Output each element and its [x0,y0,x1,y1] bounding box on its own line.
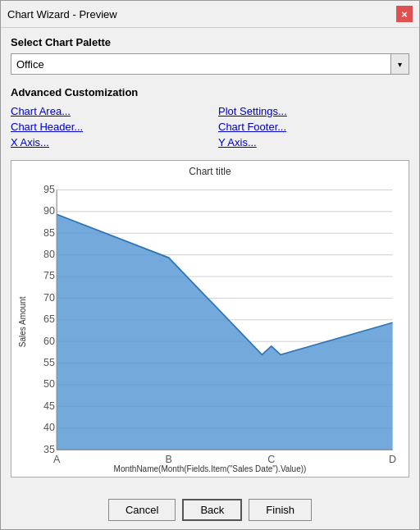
cancel-button[interactable]: Cancel [108,499,176,521]
svg-text:95: 95 [43,184,55,195]
svg-text:A: A [53,454,61,463]
y-axis-label: Sales Amount [18,180,27,463]
chart-area-fill [57,214,393,450]
svg-text:50: 50 [43,378,55,390]
svg-text:40: 40 [43,422,55,433]
chart-title: Chart title [189,166,231,177]
back-button[interactable]: Back [182,499,242,521]
svg-text:65: 65 [43,313,55,325]
chart-footer-link[interactable]: Chart Footer... [218,121,409,133]
chart-inner: Sales Amount [18,180,402,473]
links-grid: Chart Area... Plot Settings... Chart Hea… [11,105,409,148]
svg-text:B: B [165,454,171,463]
svg-text:45: 45 [43,400,55,412]
svg-text:85: 85 [43,227,55,239]
x-axis-link[interactable]: X Axis... [11,136,202,148]
palette-label: Select Chart Palette [11,36,409,48]
y-axis-link[interactable]: Y Axis... [218,136,409,148]
chart-area: 95 90 85 80 75 70 65 60 55 50 45 40 [29,180,402,463]
chart-area-link[interactable]: Chart Area... [11,105,202,117]
main-window: Chart Wizard - Preview × Select Chart Pa… [0,0,420,530]
chart-svg: 95 90 85 80 75 70 65 60 55 50 45 40 [29,180,402,463]
svg-text:60: 60 [43,336,55,347]
svg-text:80: 80 [43,249,55,260]
window-title: Chart Wizard - Preview [7,8,117,21]
svg-text:70: 70 [43,292,55,304]
svg-text:75: 75 [43,270,55,281]
content-area: Select Chart Palette Office Default Past… [1,28,419,494]
chart-preview: Chart title Sales Amount [11,160,409,477]
svg-text:D: D [389,454,396,463]
palette-select[interactable]: Office Default Pastel Vibrant [11,53,391,75]
x-axis-label: MonthName(Month(Fields.Item("Sales Date"… [18,464,402,473]
finish-button[interactable]: Finish [249,499,312,521]
svg-text:C: C [267,454,275,463]
chart-svg-wrapper: Sales Amount [18,180,402,463]
svg-text:55: 55 [43,357,55,368]
title-bar: Chart Wizard - Preview × [1,1,419,28]
close-button[interactable]: × [396,6,413,22]
footer-buttons: Cancel Back Finish [1,494,419,529]
dropdown-arrow-icon[interactable]: ▾ [391,53,409,75]
chart-header-link[interactable]: Chart Header... [11,121,202,133]
advanced-label: Advanced Customization [11,86,409,98]
palette-dropdown-wrapper: Office Default Pastel Vibrant ▾ [11,53,409,75]
plot-settings-link[interactable]: Plot Settings... [218,105,409,117]
svg-text:90: 90 [43,205,55,217]
